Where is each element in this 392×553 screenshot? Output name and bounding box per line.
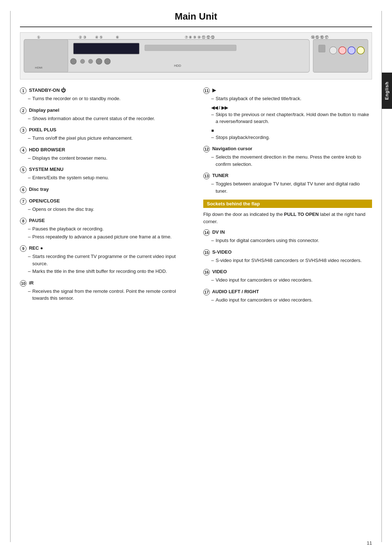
svg-point-12 [339,47,346,54]
section-title-disc: 6 Disc tray [20,187,189,193]
num-3: 3 [20,127,26,134]
section-rec: 9 REC ● Starts recording the current TV … [20,245,189,275]
page-title: Main Unit [20,11,372,22]
section-ir: 10 iR Receives the signal from the remot… [20,280,189,302]
device-image: ① ② ③ ④ ⑤ ⑥ ⑦ ⑧ ⑨ ⑩ ⑪ ⑫ ⑬ ⑭ ⑮ ⑯ ⑰ HDMI H… [20,32,372,79]
svg-rect-3 [145,45,236,51]
sub-title-skip: ◀◀ / ▶▶ [211,105,372,110]
section-title-hdd: 4 HDD BROWSER [20,147,189,153]
svg-text:⑥: ⑥ [116,35,119,39]
bullet: Turns the recorder on or to standby mode… [28,95,189,102]
num-15: 15 [203,249,210,256]
num-2: 2 [20,107,26,114]
section-title-standby: 1 STANDBY-ON ⏻ [20,87,189,94]
section-title-display: 2 Display panel [20,107,189,114]
svg-point-13 [348,47,355,54]
section-body-system: Enters/Exits the system setup menu. [20,174,189,181]
section-audio-lr: 17 AUDIO LEFT / RIGHT Audio input for ca… [203,289,372,304]
sub-section-skip: ◀◀ / ▶▶ Skips to the previous or next ch… [211,105,372,125]
num-10: 10 [20,280,26,287]
section-title-openclose: 7 OPEN/CLOSE [20,198,189,205]
bullet: Stops playback/recording. [211,134,372,141]
sockets-header: Sockets behind the flap [203,200,372,208]
section-play: 11 ▶ Starts playback of the selected tit… [203,87,372,141]
num-7: 7 [20,198,26,205]
section-body-pixel: Turns on/off the pixel plus picture enha… [20,135,189,142]
section-s-video: 15 S-VIDEO S-video input for SVHS/Hi8 ca… [203,249,372,264]
page-number: 11 [367,540,372,546]
num-16: 16 [203,269,210,275]
num-12: 12 [203,146,210,152]
num-8: 8 [20,218,26,224]
svg-point-4 [70,58,76,64]
section-video: 16 VIDEO Video input for camcorders or v… [203,269,372,284]
bullet: Opens or closes the disc tray. [28,206,189,213]
section-body-display: Shows information about the current stat… [20,115,189,122]
num-5: 5 [20,167,26,173]
svg-point-7 [96,58,102,64]
section-tuner: 13 TUNER Toggles between analogue TV tun… [203,173,372,194]
bullet: Skips to the previous or next chapter/tr… [211,111,372,125]
bullet: Toggles between analogue TV tuner, digit… [211,180,372,194]
svg-text:HDD: HDD [174,64,181,67]
bullet: Inputs for digital camcorders using this… [211,237,372,244]
section-title-pause: 8 PAUSE [20,218,189,224]
section-open-close: 7 OPEN/CLOSE Opens or closes the disc tr… [20,198,189,213]
num-11: 11 [203,87,210,94]
bullet: Pauses the playback or recording. [28,225,189,233]
right-column: 11 ▶ Starts playback of the selected tit… [203,87,372,308]
svg-point-5 [80,59,85,64]
svg-point-14 [357,47,364,54]
num-14: 14 [203,229,210,236]
title-divider [20,26,372,27]
section-body-ir: Receives the signal from the remote cont… [20,288,189,302]
section-display-panel: 2 Display panel Shows information about … [20,107,189,122]
svg-text:HDMI: HDMI [35,66,42,69]
page-border-left [10,11,11,542]
section-title-dvin: 14 DV IN [203,229,372,236]
section-body-audio: Audio input for camcorders or video reco… [203,296,372,304]
bullet: Shows information about the current stat… [28,115,189,122]
section-body-dvin: Inputs for digital camcorders using this… [203,237,372,244]
section-body-hdd: Displays the content browser menu. [20,155,189,162]
main-content: 1 STANDBY-ON ⏻ Turns the recorder on or … [20,87,372,308]
svg-point-6 [89,59,93,64]
sub-section-stop: ■ Stops playback/recording. [211,128,372,141]
num-17: 17 [203,289,210,295]
section-pixel-plus: 3 PIXEL PLUS Turns on/off the pixel plus… [20,127,189,142]
section-body-tuner: Toggles between analogue TV tuner, digit… [203,180,372,194]
section-title-tuner: 13 TUNER [203,173,372,179]
bullet: Starts playback of the selected title/tr… [211,95,372,102]
section-body-openclose: Opens or closes the disc tray. [20,206,189,213]
left-column: 1 STANDBY-ON ⏻ Turns the recorder on or … [20,87,189,308]
bullet: Receives the signal from the remote cont… [28,288,189,302]
svg-text:①: ① [37,35,40,39]
section-title-pixel: 3 PIXEL PLUS [20,127,189,134]
bullet: Selects the movement direction in the me… [211,153,372,168]
bullet: Turns on/off the pixel plus picture enha… [28,135,189,142]
svg-text:② ③: ② ③ [79,35,86,39]
svg-rect-9 [313,40,368,73]
section-title-ir: 10 iR [20,280,189,287]
bullet: Press repeatedly to advance a paused pic… [28,233,189,241]
section-title-video: 16 VIDEO [203,269,372,275]
bullet: Video input for camcorders or video reco… [211,276,372,284]
num-9: 9 [20,245,26,252]
bullet: Enters/Exits the system setup menu. [28,174,189,181]
section-body-play: Starts playback of the selected title/tr… [203,95,372,141]
pull-to-open-label: PULL TO OPEN [284,212,319,217]
bullet: S-video input for SVHS/Hi8 camcorders or… [211,257,372,264]
section-title-system: 5 SYSTEM MENU [20,167,189,173]
svg-text:⑦ ⑧ ⑨ ⑩  ⑪ ⑫ ⑬: ⑦ ⑧ ⑨ ⑩ ⑪ ⑫ ⑬ [185,35,215,39]
section-body-video: Video input for camcorders or video reco… [203,276,372,284]
section-title-svideo: 15 S-VIDEO [203,249,372,256]
svg-rect-1 [24,40,68,73]
section-hdd-browser: 4 HDD BROWSER Displays the content brows… [20,147,189,162]
sockets-description: Flip down the door as indicated by the P… [203,211,372,225]
num-13: 13 [203,173,210,179]
section-system-menu: 5 SYSTEM MENU Enters/Exits the system se… [20,167,189,181]
num-6: 6 [20,187,26,193]
sub-title-stop: ■ [211,128,372,133]
section-disc-tray: 6 Disc tray [20,187,189,193]
bullet: Marks the title in the time shift buffer… [28,268,189,275]
